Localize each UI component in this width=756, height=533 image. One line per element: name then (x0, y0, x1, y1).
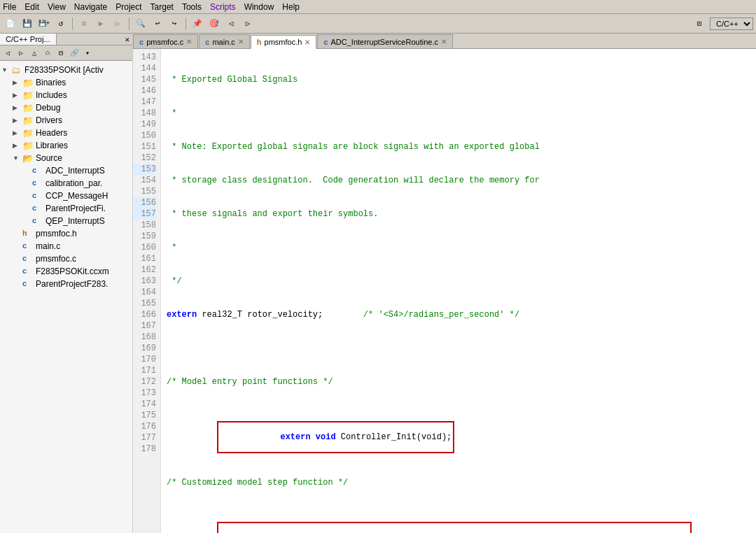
expand-debug-icon: ▶ (13, 104, 22, 111)
tab-pmsmfoch[interactable]: h pmsmfoc.h ✕ (251, 35, 317, 49)
tree-item-drivers[interactable]: ▶ 📁 Drivers (0, 114, 132, 127)
refresh-button[interactable]: ↺ (53, 16, 69, 31)
run-button[interactable]: ▷ (110, 16, 125, 31)
save-all-button[interactable]: 💾+ (36, 16, 52, 31)
undo-button[interactable]: ↩ (150, 16, 165, 31)
redo-button[interactable]: ↪ (167, 16, 182, 31)
tab-pmsmfocc[interactable]: c pmsmfoc.c ✕ (133, 34, 198, 48)
tab-mainc[interactable]: c main.c ✕ (199, 34, 250, 48)
menu-target[interactable]: Target (150, 2, 174, 12)
tree-item-ccp[interactable]: c CCP_MessageH (0, 190, 132, 202)
toolbar-right: ⊡ C/C++ (692, 16, 753, 31)
tab-mainc-type-icon: c (205, 38, 209, 46)
tree-item-source[interactable]: ▼ 📂 Source (0, 152, 132, 164)
file-adc-icon: c (32, 166, 43, 176)
tab-pmsmfocc-label: pmsmfoc.c (146, 38, 183, 46)
tab-adc[interactable]: c ADC_InterruptServiceRoutine.c ✕ (317, 34, 453, 48)
tab-adc-close[interactable]: ✕ (441, 38, 447, 45)
left-menu-button[interactable]: ▾ (81, 47, 94, 59)
left-panel: C/C++ Proj... ✕ ◁ ▷ △ ⌂ ⊟ 🔗 ▾ ▼ 🗂 F28335… (0, 34, 133, 533)
tab-mainc-label: main.c (212, 38, 234, 46)
expand-binaries-icon: ▶ (13, 79, 22, 86)
menu-edit[interactable]: Edit (24, 2, 39, 12)
tree-item-libraries[interactable]: ▶ 📁 Libraries (0, 139, 132, 152)
debug-button[interactable]: ▶ (93, 16, 108, 31)
folder-libraries-icon: 📁 (22, 141, 34, 150)
save-button[interactable]: 💾 (20, 16, 35, 31)
left-link-button[interactable]: 🔗 (68, 47, 80, 59)
tree-label-root: F28335PSOKit [Activ (24, 65, 104, 75)
menu-project[interactable]: Project (115, 2, 141, 12)
left-back-button[interactable]: ◁ (1, 47, 14, 59)
tree-label-pmsmfoch: pmsmfoc.h (36, 229, 77, 239)
target-button[interactable]: 🎯 (206, 16, 222, 31)
panel-close-button[interactable]: ✕ (125, 35, 130, 44)
menu-help[interactable]: Help (282, 2, 300, 12)
code-area[interactable]: 143 144 145 146 147 148 149 150 151 152 … (133, 49, 756, 533)
tree-view: ▼ 🗂 F28335PSOKit [Activ ▶ 📁 Binaries ▶ 📁… (0, 61, 132, 533)
code-line-146: * storage class designation. Code genera… (167, 175, 750, 186)
tree-item-f28kit[interactable]: c F2835PSOKit.ccxm (0, 265, 132, 278)
tree-label-qep: QEP_InterruptS (46, 216, 105, 226)
tab-mainc-close[interactable]: ✕ (238, 38, 244, 45)
left-collapse-button[interactable]: ⊟ (55, 47, 67, 59)
menu-file[interactable]: File (3, 2, 16, 12)
code-content[interactable]: * Exported Global Signals * * Note: Expo… (161, 49, 756, 533)
maximize-button[interactable]: ⊡ (692, 16, 707, 31)
tab-pmsmfoch-close[interactable]: ✕ (304, 38, 310, 46)
project-icon: 🗂 (11, 65, 22, 75)
menu-window[interactable]: Window (244, 2, 274, 12)
code-line-152: /* Model entry point functions */ (167, 376, 750, 388)
tree-item-headers[interactable]: ▶ 📁 Headers (0, 127, 132, 139)
code-line-149: */ (167, 276, 750, 287)
tree-label-pmsmfocc: pmsmfoc.c (36, 254, 76, 264)
tree-item-includes[interactable]: ▶ 📁 Includes (0, 89, 132, 101)
build-button[interactable]: ⚙ (76, 16, 92, 31)
menu-scripts[interactable]: Scripts (210, 2, 236, 12)
left-panel-tabs: C/C++ Proj... ✕ (0, 34, 132, 45)
tree-item-pmsmfocc[interactable]: c pmsmfoc.c (0, 253, 132, 265)
tree-item-debug[interactable]: ▶ 📁 Debug (0, 101, 132, 114)
search-button[interactable]: 🔍 (133, 16, 148, 31)
left-up-button[interactable]: △ (28, 47, 41, 59)
folder-binaries-icon: 📁 (22, 78, 34, 87)
back-button[interactable]: ◁ (223, 16, 239, 31)
tree-item-parent[interactable]: c ParentProjectFi. (0, 202, 132, 215)
menu-view[interactable]: View (48, 2, 66, 12)
left-home-button[interactable]: ⌂ (41, 47, 54, 59)
tree-item-adc[interactable]: c ADC_InterruptS (0, 164, 132, 177)
toolbar: 📄 💾 💾+ ↺ ⚙ ▶ ▷ 🔍 ↩ ↪ 📌 🎯 ◁ ▷ ⊡ C/C++ (0, 14, 756, 34)
file-pmsmfocc-icon: c (22, 254, 34, 264)
tree-item-parentproj[interactable]: c ParentProjectF283. (0, 278, 132, 290)
file-mainc-icon: c (22, 241, 34, 251)
tree-item-pmsmfoch[interactable]: h pmsmfoc.h (0, 227, 132, 240)
expand-source-icon: ▼ (13, 155, 22, 162)
code-line-156: extern void Controller_Step(uint16_T arg… (167, 511, 750, 522)
folder-debug-icon: 📁 (22, 103, 34, 113)
left-forward-button[interactable]: ▷ (15, 47, 27, 59)
file-cal-icon: c (32, 178, 43, 188)
tree-item-qep[interactable]: c QEP_InterruptS (0, 215, 132, 227)
forward-button[interactable]: ▷ (240, 16, 255, 31)
tab-pmsmfoch-label: pmsmfoc.h (265, 38, 302, 46)
code-line-154 (167, 443, 750, 455)
tree-item-cal[interactable]: c calibration_par. (0, 177, 132, 190)
file-qep-icon: c (32, 216, 43, 226)
tree-label-cal: calibration_par. (46, 178, 102, 188)
pin-button[interactable]: 📌 (190, 16, 205, 31)
new-file-button[interactable]: 📄 (3, 16, 18, 31)
language-selector[interactable]: C/C++ (710, 17, 753, 30)
menu-navigate[interactable]: Navigate (74, 2, 107, 12)
toolbar-sep-3 (186, 17, 186, 30)
tree-item-mainc[interactable]: c main.c (0, 240, 132, 253)
expand-drivers-icon: ▶ (13, 117, 22, 124)
tree-item-root[interactable]: ▼ 🗂 F28335PSOKit [Activ (0, 64, 132, 76)
tree-label-includes: Includes (36, 90, 67, 100)
menu-tools[interactable]: Tools (182, 2, 202, 12)
file-parentproj-icon: c (22, 279, 34, 289)
tree-item-binaries[interactable]: ▶ 📁 Binaries (0, 76, 132, 89)
left-tab-project[interactable]: C/C++ Proj... (0, 34, 57, 45)
tab-pmsmfocc-close[interactable]: ✕ (186, 38, 192, 45)
expand-libraries-icon: ▶ (13, 142, 22, 149)
tree-label-f28kit: F2835PSOKit.ccxm (36, 266, 109, 276)
